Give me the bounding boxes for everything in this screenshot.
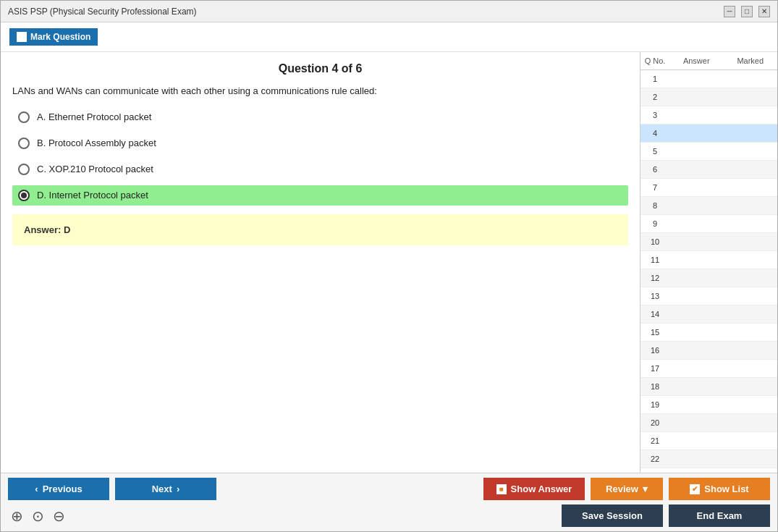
- sidebar-row[interactable]: 11: [640, 251, 777, 269]
- sidebar-row[interactable]: 18: [640, 378, 777, 396]
- sidebar-row-answer: [669, 253, 724, 267]
- sidebar-row-marked: [724, 180, 778, 195]
- sidebar-row[interactable]: 1: [640, 70, 777, 88]
- sidebar-row-answer: [669, 216, 724, 231]
- save-session-button[interactable]: Save Session: [562, 504, 663, 527]
- sidebar-row-num: 20: [640, 415, 669, 430]
- sidebar-row-answer: [669, 144, 724, 159]
- option-radio-c: [18, 164, 30, 175]
- close-button[interactable]: ✕: [758, 6, 770, 17]
- sidebar-row-marked: [724, 379, 778, 394]
- sidebar-row[interactable]: 10: [640, 233, 777, 251]
- option-item-a[interactable]: A. Ethernet Protocol packet: [12, 107, 628, 127]
- sidebar-row-num: 21: [640, 434, 669, 448]
- sidebar-row-marked: [724, 216, 778, 231]
- end-exam-button[interactable]: End Exam: [669, 504, 770, 527]
- show-list-button[interactable]: ✔ Show List: [669, 478, 770, 500]
- sidebar-row-marked: [724, 307, 778, 321]
- sidebar-row-marked: [724, 434, 778, 448]
- sidebar-row[interactable]: 8: [640, 197, 777, 215]
- sidebar-row-marked: [724, 198, 778, 213]
- zoom-in-button[interactable]: ⊕: [8, 507, 26, 525]
- question-area: Question 4 of 6 LANs and WANs can commun…: [1, 52, 640, 473]
- sidebar-row-marked: [724, 253, 778, 267]
- sidebar-row[interactable]: 5: [640, 143, 777, 161]
- sidebar-row-num: 1: [640, 72, 669, 86]
- sidebar-row-num: 13: [640, 289, 669, 303]
- mark-question-button[interactable]: Mark Question: [9, 28, 98, 46]
- sidebar-row-num: 7: [640, 180, 669, 195]
- answer-box: Answer: D: [12, 214, 628, 245]
- sidebar-row[interactable]: 21: [640, 432, 777, 450]
- sidebar-row-num: 10: [640, 235, 669, 249]
- sidebar-list[interactable]: 1234567891011121314151617181920212223242…: [640, 70, 777, 473]
- sidebar-row[interactable]: 15: [640, 324, 777, 342]
- question-text: LANs and WANs can communicate with each …: [12, 84, 628, 98]
- sidebar-row-answer: [669, 271, 724, 285]
- sidebar-row[interactable]: 3: [640, 106, 777, 124]
- sidebar-row-marked: [724, 361, 778, 376]
- option-radio-d: [18, 190, 30, 201]
- sidebar-row[interactable]: 2: [640, 88, 777, 106]
- question-header: Question 4 of 6: [12, 62, 628, 75]
- sidebar-row-marked: [724, 72, 778, 86]
- sidebar-row[interactable]: 22: [640, 450, 777, 468]
- sidebar-row[interactable]: 16: [640, 342, 777, 360]
- option-item-b[interactable]: B. Protocol Assembly packet: [12, 133, 628, 153]
- sidebar-row-marked: [724, 343, 778, 358]
- sidebar-row[interactable]: 4: [640, 124, 777, 143]
- sidebar-row-num: 12: [640, 271, 669, 285]
- sidebar-row-answer: [669, 162, 724, 177]
- maximize-button[interactable]: □: [741, 6, 753, 17]
- sidebar-row[interactable]: 7: [640, 179, 777, 197]
- sidebar-row-num: 14: [640, 307, 669, 321]
- sidebar-row-num: 4: [640, 126, 669, 140]
- option-item-c[interactable]: C. XOP.210 Protocol packet: [12, 159, 628, 180]
- chevron-right-icon: ›: [177, 484, 179, 494]
- sidebar-col-marked: Marked: [724, 55, 778, 67]
- sidebar-header: Q No. Answer Marked: [640, 52, 777, 70]
- next-button[interactable]: Next ›: [115, 478, 216, 500]
- sidebar-row-answer: [669, 289, 724, 303]
- sidebar-row-answer: [669, 452, 724, 466]
- zoom-out-button[interactable]: ⊖: [50, 507, 68, 525]
- show-answer-button[interactable]: ■ Show Answer: [483, 478, 585, 500]
- zoom-reset-button[interactable]: ⊙: [29, 507, 47, 525]
- sidebar-row-answer: [669, 307, 724, 321]
- sidebar-row[interactable]: 12: [640, 269, 777, 287]
- sidebar-row[interactable]: 19: [640, 396, 777, 414]
- sidebar-row-marked: [724, 452, 778, 466]
- toolbar: Mark Question: [1, 22, 777, 52]
- window-title: ASIS PSP (Physical Security Professional…: [8, 7, 197, 17]
- sidebar-col-answer: Answer: [669, 55, 724, 67]
- minimize-button[interactable]: ─: [724, 6, 735, 17]
- sidebar-row-marked: [724, 325, 778, 339]
- sidebar-row-marked: [724, 162, 778, 177]
- sidebar-row-num: 8: [640, 198, 669, 213]
- sidebar-row[interactable]: 6: [640, 161, 777, 179]
- action-buttons-row: ⊕ ⊙ ⊖ Save Session End Exam: [1, 504, 777, 531]
- options-list: A. Ethernet Protocol packetB. Protocol A…: [12, 107, 628, 206]
- sidebar-row-answer: [669, 379, 724, 394]
- sidebar-row-answer: [669, 180, 724, 195]
- option-item-d[interactable]: D. Internet Protocol packet: [12, 185, 628, 206]
- sidebar-row[interactable]: 13: [640, 287, 777, 305]
- option-label-a: A. Ethernet Protocol packet: [37, 111, 151, 122]
- bookmark-icon: [17, 32, 27, 42]
- sidebar-row[interactable]: 14: [640, 305, 777, 324]
- sidebar-row-marked: [724, 108, 778, 122]
- option-radio-a: [18, 111, 30, 123]
- review-button[interactable]: Review ▾: [591, 478, 663, 500]
- bottom-bar: ‹ Previous Next › ■ Show Answer Review ▾…: [1, 473, 777, 531]
- sidebar-row[interactable]: 9: [640, 215, 777, 233]
- sidebar-row-num: 9: [640, 216, 669, 231]
- option-radio-b: [18, 138, 30, 149]
- sidebar-row-num: 6: [640, 162, 669, 177]
- sidebar-row-answer: [669, 343, 724, 358]
- sidebar-row-num: 19: [640, 397, 669, 412]
- previous-button[interactable]: ‹ Previous: [8, 478, 109, 500]
- sidebar-row[interactable]: 17: [640, 360, 777, 378]
- sidebar-row-marked: [724, 235, 778, 249]
- title-bar: ASIS PSP (Physical Security Professional…: [1, 1, 777, 22]
- sidebar-row[interactable]: 20: [640, 414, 777, 432]
